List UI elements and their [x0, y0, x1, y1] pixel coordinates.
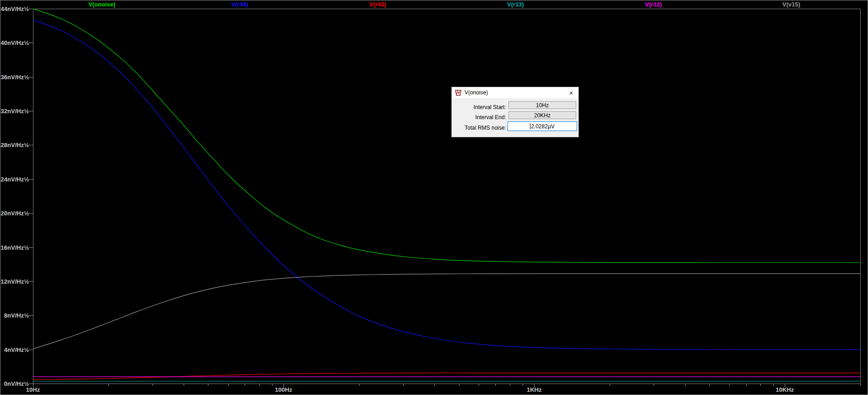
y-tick-label: 24nV/Hz½	[0, 176, 29, 182]
interval-start-field[interactable]: 10Hz	[508, 101, 576, 109]
x-tick-label: 10Hz	[26, 386, 40, 393]
interval-end-label: Interval End:	[452, 114, 506, 121]
x-tick-label: 100Hz	[275, 386, 292, 393]
y-tick-label: 4nV/Hz½	[0, 346, 29, 353]
trace-v-onoise-	[33, 9, 860, 263]
y-tick-label: 40nV/Hz½	[0, 39, 29, 46]
interval-end-field[interactable]: 20KHz	[508, 111, 576, 119]
ltspice-icon	[455, 90, 462, 96]
plot-pane-border	[33, 9, 861, 384]
dialog-title: V(onoise)	[464, 89, 564, 96]
x-tick-label: 1KHz	[527, 386, 542, 393]
total-rms-noise-label: Total RMS noise:	[452, 125, 506, 131]
y-tick-label: 0nV/Hz½	[0, 380, 29, 387]
y-tick-label: 44nV/Hz½	[0, 5, 29, 12]
text-caret	[530, 123, 530, 129]
trace-v-r43-	[33, 373, 860, 380]
noise-rms-dialog: V(onoise) × Interval Start: 10Hz Interva…	[451, 87, 579, 137]
y-tick-label: 16nV/Hz½	[0, 244, 29, 251]
dialog-titlebar[interactable]: V(onoise) ×	[452, 87, 579, 98]
trace-v-v15-	[33, 274, 860, 349]
total-rms-noise-field[interactable]: 2.0282µV	[508, 121, 577, 131]
noise-plot-canvas[interactable]	[0, 0, 868, 395]
ltspice-window: V(onoise)V(r44)V(r43)V(r13)V(r12)V(v15) …	[0, 0, 868, 395]
close-icon[interactable]: ×	[564, 87, 579, 98]
y-tick-label: 20nV/Hz½	[0, 210, 29, 217]
y-tick-label: 8nV/Hz½	[0, 312, 29, 319]
interval-start-label: Interval Start:	[452, 104, 506, 110]
y-tick-label: 36nV/Hz½	[0, 73, 29, 80]
y-tick-label: 12nV/Hz½	[0, 278, 29, 285]
y-tick-label: 28nV/Hz½	[0, 142, 29, 148]
x-tick-label: 10KHz	[775, 386, 794, 393]
trace-v-r44-	[33, 20, 860, 349]
y-tick-label: 32nV/Hz½	[0, 108, 29, 115]
